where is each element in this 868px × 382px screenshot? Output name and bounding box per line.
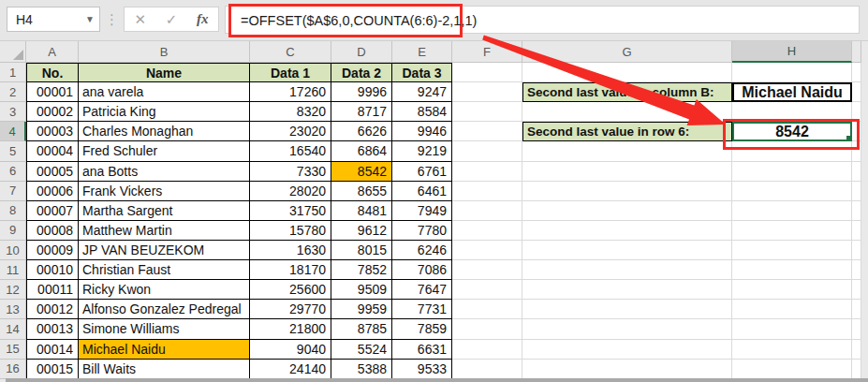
cell-D12[interactable]: 9509: [331, 280, 392, 300]
cell-D13[interactable]: 9959: [331, 300, 392, 319]
cell-B14[interactable]: Simone Williams: [79, 319, 250, 339]
cell-E9[interactable]: 7780: [392, 221, 452, 241]
cell-B7[interactable]: Frank Vickers: [79, 182, 250, 201]
cell-C14[interactable]: 21800: [250, 319, 331, 339]
cancel-icon[interactable]: ✕: [134, 12, 146, 26]
cell-G6[interactable]: [522, 162, 732, 182]
row-header-2[interactable]: 2: [0, 82, 26, 102]
cell-A12[interactable]: 00011: [26, 280, 79, 300]
cell-B13[interactable]: Alfonso Gonzalez Pedregal: [79, 300, 250, 319]
cell-D7[interactable]: 8655: [331, 182, 392, 201]
cell-partial-9[interactable]: [852, 221, 861, 241]
cell-D3[interactable]: 8717: [331, 102, 392, 122]
row-header-11[interactable]: 11: [0, 260, 26, 280]
cell-H11[interactable]: [732, 260, 852, 280]
cell-G16[interactable]: [522, 360, 732, 379]
cell-B8[interactable]: Martha Sargent: [79, 201, 250, 221]
cell-C15[interactable]: 9040: [250, 340, 331, 360]
cell-A11[interactable]: 00010: [26, 260, 79, 280]
cell-G5[interactable]: [522, 141, 732, 161]
cell-G11[interactable]: [522, 260, 732, 280]
cell-E13[interactable]: 7731: [392, 300, 452, 319]
cell-F3[interactable]: [452, 102, 522, 122]
cell-F11[interactable]: [452, 260, 522, 280]
cell-B5[interactable]: Fred Schuler: [79, 141, 250, 161]
cell-E1[interactable]: Data 3: [392, 63, 452, 82]
cell-D8[interactable]: 8481: [331, 201, 392, 221]
cell-G10[interactable]: [522, 241, 732, 260]
cell-partial-11[interactable]: [852, 260, 861, 280]
cell-G2[interactable]: Second last value in column B:: [522, 82, 732, 102]
cell-H12[interactable]: [732, 280, 852, 300]
name-box[interactable]: H4 ▼: [7, 7, 100, 32]
cell-H16[interactable]: [732, 360, 852, 379]
cell-E3[interactable]: 8584: [392, 102, 452, 122]
cell-F4[interactable]: [452, 122, 522, 141]
cell-C1[interactable]: Data 1: [250, 63, 331, 82]
cell-F1[interactable]: [452, 63, 522, 82]
cell-A9[interactable]: 00008: [26, 221, 79, 241]
cell-F15[interactable]: [452, 340, 522, 360]
column-header-B[interactable]: B: [79, 41, 250, 63]
cell-E15[interactable]: 6631: [392, 340, 452, 360]
cell-D16[interactable]: 5388: [331, 360, 392, 379]
row-header-6[interactable]: 6: [0, 162, 26, 182]
cell-B12[interactable]: Ricky Kwon: [79, 280, 250, 300]
column-header-F[interactable]: F: [452, 41, 522, 63]
enter-icon[interactable]: ✓: [166, 12, 178, 26]
cell-D9[interactable]: 9612: [331, 221, 392, 241]
cell-B6[interactable]: ana Botts: [79, 162, 250, 182]
cell-A8[interactable]: 00007: [26, 201, 79, 221]
cell-A7[interactable]: 00006: [26, 182, 79, 201]
cell-H2[interactable]: Michael Naidu: [732, 82, 852, 102]
cell-C11[interactable]: 18170: [250, 260, 331, 280]
cell-G14[interactable]: [522, 319, 732, 339]
cell-H7[interactable]: [732, 182, 852, 201]
cell-D10[interactable]: 8015: [331, 241, 392, 260]
column-header-G[interactable]: G: [522, 41, 732, 63]
cell-partial-10[interactable]: [852, 241, 861, 260]
cell-E10[interactable]: 6246: [392, 241, 452, 260]
cell-F7[interactable]: [452, 182, 522, 201]
cell-C16[interactable]: 24140: [250, 360, 331, 379]
cell-partial-1[interactable]: [852, 63, 861, 82]
cell-H15[interactable]: [732, 340, 852, 360]
row-header-13[interactable]: 13: [0, 300, 26, 319]
row-header-7[interactable]: 7: [0, 182, 26, 201]
cell-B10[interactable]: JP VAN BEUZEKOM: [79, 241, 250, 260]
cell-E2[interactable]: 9247: [392, 82, 452, 102]
formula-input[interactable]: =OFFSET($A$6,0,COUNTA(6:6)-2,1,1): [225, 6, 860, 34]
cell-A4[interactable]: 00003: [26, 122, 79, 141]
row-header-1[interactable]: 1: [0, 63, 26, 82]
cell-G1[interactable]: [522, 63, 732, 82]
cell-B3[interactable]: Patricia King: [79, 102, 250, 122]
cell-A2[interactable]: 00001: [26, 82, 79, 102]
cell-G4[interactable]: Second last value in row 6:: [522, 122, 732, 141]
cell-E8[interactable]: 7949: [392, 201, 452, 221]
cell-B15[interactable]: Michael Naidu: [79, 340, 250, 360]
row-header-5[interactable]: 5: [0, 141, 26, 161]
cell-C5[interactable]: 16540: [250, 141, 331, 161]
cell-C7[interactable]: 28020: [250, 182, 331, 201]
cell-D1[interactable]: Data 2: [331, 63, 392, 82]
cell-A3[interactable]: 00002: [26, 102, 79, 122]
cell-A14[interactable]: 00013: [26, 319, 79, 339]
column-header-C[interactable]: C: [250, 41, 331, 63]
cell-A16[interactable]: 00015: [26, 360, 79, 379]
cell-D14[interactable]: 8785: [331, 319, 392, 339]
cell-C12[interactable]: 25600: [250, 280, 331, 300]
cell-G8[interactable]: [522, 201, 732, 221]
cell-F10[interactable]: [452, 241, 522, 260]
row-header-4[interactable]: 4: [0, 122, 26, 141]
cell-partial-7[interactable]: [852, 182, 861, 201]
select-all-corner[interactable]: [0, 41, 26, 63]
cell-F9[interactable]: [452, 221, 522, 241]
column-header-A[interactable]: A: [26, 41, 79, 63]
cell-D11[interactable]: 7852: [331, 260, 392, 280]
cell-D15[interactable]: 5524: [331, 340, 392, 360]
cell-E12[interactable]: 7647: [392, 280, 452, 300]
cell-A15[interactable]: 00014: [26, 340, 79, 360]
cell-H10[interactable]: [732, 241, 852, 260]
cell-partial-6[interactable]: [852, 162, 861, 182]
column-header-partial[interactable]: [852, 41, 861, 63]
